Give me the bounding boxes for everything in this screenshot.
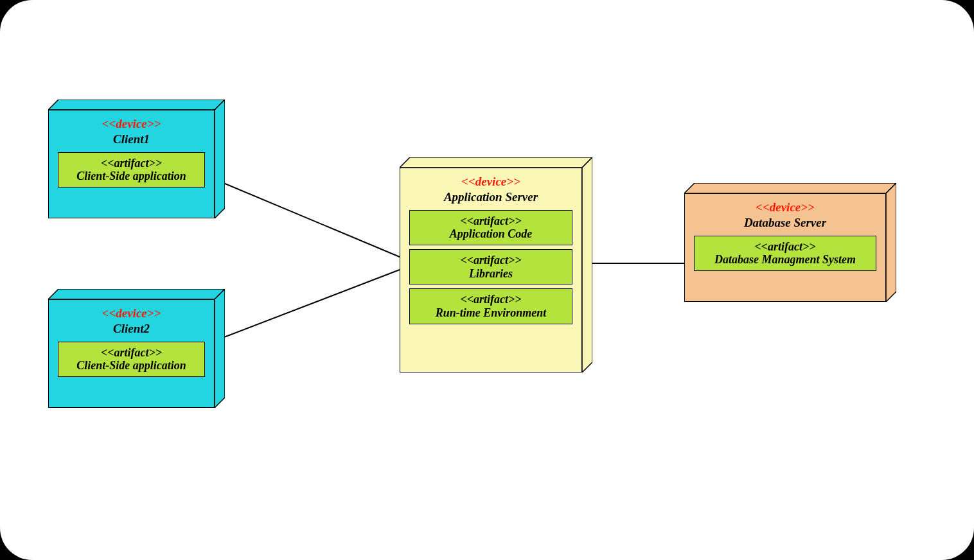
node-appserver: <<device>> Application Server <<artifact… — [400, 157, 592, 372]
artifact-title: Libraries — [416, 267, 565, 281]
client1-artifact-0: <<artifact>> Client-Side application — [58, 152, 205, 188]
appserver-artifact-1: <<artifact>> Libraries — [409, 249, 572, 284]
artifact-title: Client-Side application — [65, 170, 198, 183]
edge-client2-appserver — [216, 270, 400, 340]
artifact-title: Database Managment System — [701, 253, 869, 267]
svg-marker-0 — [48, 100, 225, 110]
dbserver-title: Database Server — [694, 215, 876, 231]
diagram-canvas: <<device>> Client1 <<artifact>> Client-S… — [0, 0, 974, 560]
svg-marker-7 — [886, 183, 896, 302]
artifact-stereotype: <<artifact>> — [416, 254, 565, 267]
artifact-stereotype: <<artifact>> — [65, 157, 198, 170]
node-client1: <<device>> Client1 <<artifact>> Client-S… — [48, 100, 225, 218]
artifact-stereotype: <<artifact>> — [65, 346, 198, 360]
client1-title: Client1 — [58, 132, 205, 147]
svg-marker-2 — [48, 289, 225, 299]
svg-marker-4 — [400, 157, 592, 168]
appserver-artifact-2: <<artifact>> Run-time Environment — [409, 288, 572, 324]
client2-artifact-0: <<artifact>> Client-Side application — [58, 342, 205, 377]
artifact-title: Client-Side application — [65, 359, 198, 372]
client1-stereotype: <<device>> — [58, 117, 205, 132]
svg-marker-1 — [215, 100, 225, 218]
node-dbserver: <<device>> Database Server <<artifact>> … — [684, 183, 896, 302]
edge-client1-appserver — [216, 180, 400, 257]
svg-marker-6 — [684, 183, 896, 193]
dbserver-stereotype: <<device>> — [694, 200, 876, 215]
appserver-title: Application Server — [409, 189, 572, 205]
artifact-stereotype: <<artifact>> — [416, 293, 565, 306]
client2-stereotype: <<device>> — [58, 306, 205, 321]
appserver-stereotype: <<device>> — [409, 175, 572, 189]
artifact-stereotype: <<artifact>> — [416, 214, 565, 228]
appserver-artifact-0: <<artifact>> Application Code — [409, 210, 572, 245]
node-client2: <<device>> Client2 <<artifact>> Client-S… — [48, 289, 225, 408]
svg-marker-5 — [582, 157, 592, 372]
artifact-stereotype: <<artifact>> — [701, 240, 869, 254]
artifact-title: Run-time Environment — [416, 306, 565, 320]
artifact-title: Application Code — [416, 227, 565, 241]
client2-title: Client2 — [58, 321, 205, 337]
svg-marker-3 — [215, 289, 225, 408]
dbserver-artifact-0: <<artifact>> Database Managment System — [694, 236, 876, 271]
